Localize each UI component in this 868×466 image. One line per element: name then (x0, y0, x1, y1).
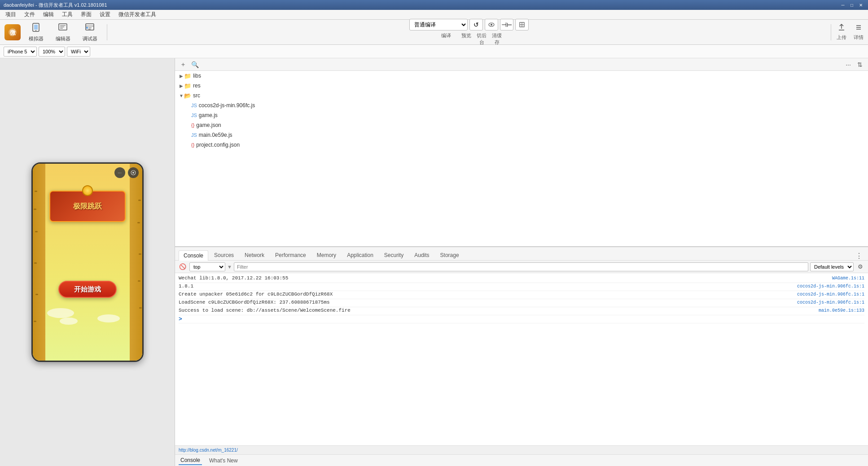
tree-arrow-src: ▼ (179, 93, 184, 98)
js-icon-main: JS (191, 132, 197, 138)
editor-button[interactable]: 编辑器 (51, 22, 75, 42)
svg-rect-3 (34, 25, 38, 30)
editor-label: 编辑器 (56, 35, 70, 42)
tree-item-res[interactable]: ▶ 📁 res (175, 81, 868, 91)
toolbar-separator-1 (107, 24, 107, 40)
eye-button[interactable] (485, 19, 498, 30)
console-context-select[interactable]: top (189, 262, 225, 271)
console-level-select[interactable]: Default levels (810, 262, 854, 271)
file-tree: ＋ 🔍 ··· ⇅ ▶ 📁 libs ▶ 📁 res ▼ 📂 (175, 58, 868, 247)
tab-performance[interactable]: Performance (270, 250, 311, 260)
maximize-button[interactable]: □ (848, 2, 855, 8)
tree-item-main-js[interactable]: JS main.0e59e.js (175, 130, 868, 140)
main-layout: 极限跳跃 开始游戏 ··· (0, 58, 868, 466)
menu-item-edit[interactable]: 编辑 (39, 10, 57, 19)
tab-console[interactable]: Console (179, 250, 208, 261)
more-options-button[interactable]: ··· (844, 60, 853, 69)
right-decoration (130, 164, 142, 361)
debugger-icon (85, 22, 95, 35)
console-clear-button[interactable]: 🚫 (178, 262, 188, 272)
device-select[interactable]: iPhone 5 (4, 47, 37, 57)
tab-security[interactable]: Security (379, 250, 408, 260)
tree-item-game-json[interactable]: {} game.json (175, 120, 868, 130)
devtools-panel: Console Sources Network Performance Memo… (175, 247, 868, 466)
svg-point-12 (86, 27, 88, 29)
bottom-status-bar: http://blog.csdn.net/m_16221/ (175, 445, 868, 454)
simulator-label: 模拟器 (29, 35, 44, 42)
phone-screen: 极限跳跃 开始游戏 (33, 164, 142, 361)
tab-sources[interactable]: Sources (209, 250, 239, 260)
details-button[interactable]: 详情 (854, 23, 864, 41)
console-line-3: LoadScene c9L8cZUCBGordDfQizR68X: 237.60… (179, 299, 864, 307)
console-bottom-bar: Console What's New (175, 454, 868, 466)
cloud-3 (97, 314, 120, 322)
console-output: Wechat lib:1.8.0, 2017.12.22 16:03:55 WA… (175, 273, 868, 445)
compile-group: 普通编译 ↺ ⊣⊢ 编译 预览 切后台 清缓存 (409, 19, 529, 46)
file-tree-toolbar: ＋ 🔍 ··· ⇅ (175, 58, 868, 71)
menu-item-file[interactable]: 文件 (21, 10, 39, 19)
simulator-button[interactable]: 模拟器 (24, 22, 48, 42)
save-dropdown[interactable] (515, 19, 529, 30)
zoom-select[interactable]: 100% (39, 47, 65, 57)
menu-item-project[interactable]: 项目 (2, 10, 20, 19)
tree-item-src[interactable]: ▼ 📂 src (175, 91, 868, 100)
start-game-button[interactable]: 开始游戏 (58, 281, 117, 298)
menu-item-settings[interactable]: 设置 (96, 10, 114, 19)
console-toolbar: 🚫 top ▼ Default levels ⚙ (175, 261, 868, 273)
tree-arrow-res: ▶ (179, 83, 184, 88)
debugger-label: 调试器 (83, 35, 97, 42)
compile-mode-select[interactable]: 普通编译 (409, 19, 468, 30)
center-toolbar: 普通编译 ↺ ⊣⊢ 编译 预览 切后台 清缓存 (113, 19, 825, 46)
title-bar-controls: ─ □ ✕ (839, 2, 864, 8)
phone-record-button[interactable] (128, 167, 139, 178)
coin-icon (82, 185, 93, 196)
cut-button[interactable]: ⊣⊢ (500, 19, 513, 30)
tree-item-project-config[interactable]: {} project.config.json (175, 140, 868, 150)
tab-application[interactable]: Application (342, 250, 378, 260)
arrow-icon: ▼ (227, 264, 232, 270)
add-file-button[interactable]: ＋ (179, 60, 188, 69)
debugger-button[interactable]: 调试器 (78, 22, 101, 42)
svg-text:微: 微 (9, 29, 16, 36)
phone-menu-button[interactable]: ··· (114, 167, 125, 178)
svg-point-16 (491, 24, 492, 26)
game-background: 极限跳跃 开始游戏 (33, 164, 142, 361)
cbb-tab-whatsnew[interactable]: What's New (207, 457, 240, 465)
devtabs-menu-button[interactable]: ⋮ (854, 252, 864, 260)
clear-cache-label: 清缓存 (490, 32, 504, 46)
console-prompt-line[interactable]: > (179, 315, 864, 323)
network-select[interactable]: WiFi (67, 47, 90, 57)
tree-item-cocos2d[interactable]: JS cocos2d-js-min.906fc.js (175, 100, 868, 110)
console-line-4: Success to load scene: db://assets/Scene… (179, 307, 864, 315)
folder-icon-src: 📂 (184, 92, 191, 99)
switch-label: 切后台 (475, 32, 488, 46)
simulator-icon (31, 22, 41, 35)
status-link[interactable]: http://blog.csdn.net/m_16221/ (179, 448, 238, 453)
tab-audits[interactable]: Audits (409, 250, 434, 260)
upload-icon (837, 23, 846, 33)
console-filter-input[interactable] (234, 262, 808, 271)
devtabs-right: ⋮ (854, 252, 864, 260)
tab-storage[interactable]: Storage (435, 250, 464, 260)
upload-button[interactable]: 上传 (837, 23, 846, 41)
minimize-button[interactable]: ─ (839, 2, 846, 8)
tab-memory[interactable]: Memory (312, 250, 341, 260)
simulator-panel: 极限跳跃 开始游戏 ··· (0, 58, 175, 466)
details-icon (855, 23, 863, 33)
left-decoration (33, 164, 45, 361)
phone-mockup: 极限跳跃 开始游戏 ··· (31, 162, 144, 362)
search-file-button[interactable]: 🔍 (190, 60, 199, 69)
console-settings-button[interactable]: ⚙ (855, 262, 865, 272)
cbb-tab-console[interactable]: Console (179, 456, 202, 465)
menu-item-wechat-devtools[interactable]: 微信开发者工具 (115, 10, 160, 19)
tree-item-libs[interactable]: ▶ 📁 libs (175, 71, 868, 81)
menu-item-tools[interactable]: 工具 (58, 10, 76, 19)
sort-button[interactable]: ⇅ (855, 60, 864, 69)
tab-network[interactable]: Network (240, 250, 269, 260)
close-button[interactable]: ✕ (857, 2, 864, 8)
refresh-button[interactable]: ↺ (469, 19, 483, 30)
toolbar: 微 模拟器 编辑器 (0, 20, 868, 45)
menu-item-interface[interactable]: 界面 (77, 10, 95, 19)
tree-item-game-js[interactable]: JS game.js (175, 110, 868, 120)
console-line-1: 1.8.1 cocos2d-js-min.906fc.1s:1 (179, 283, 864, 291)
